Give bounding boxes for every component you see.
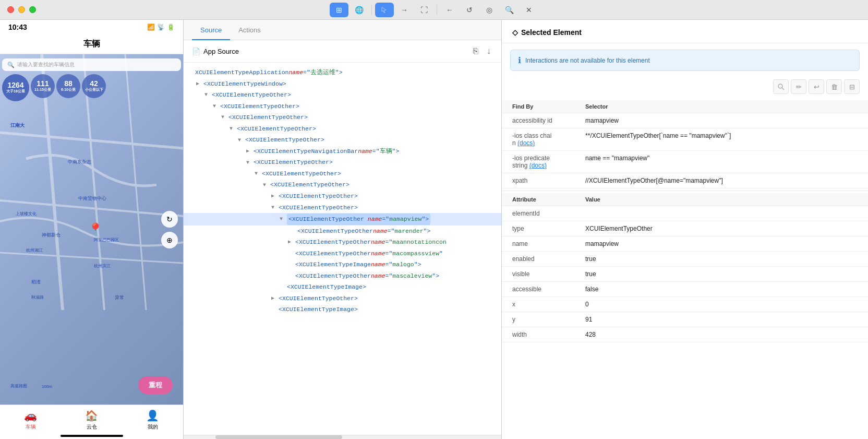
source-scrollbar[interactable] xyxy=(184,435,501,439)
action-search-button[interactable] xyxy=(773,79,789,94)
map-pin: 📍 xyxy=(88,222,103,237)
xml-line-11[interactable]: ▼ <XCUIElementTypeOther> xyxy=(184,179,501,191)
selector-value-accessibility: mamapview xyxy=(575,113,868,128)
profile-icon: 👤 xyxy=(146,409,159,422)
info-icon: ℹ xyxy=(518,55,521,65)
xml-tree[interactable]: XCUIElementTypeApplication name="去选运维"> … xyxy=(184,63,501,435)
close-button[interactable] xyxy=(7,6,14,13)
action-undo-button[interactable]: ↩ xyxy=(809,79,824,94)
xml-line-20[interactable]: <XCUIElementTypeImage> xyxy=(184,281,501,293)
xml-line-17[interactable]: <XCUIElementTypeOther name="macompassvie… xyxy=(184,248,501,259)
selector-value-ios-class: **/XCUIElementTypeOther[`name == "mamapv… xyxy=(575,128,868,151)
chevron-14[interactable]: ▼ xyxy=(280,215,287,223)
map-label-binjiang: 杭州滨江 xyxy=(94,263,111,269)
toolbar: ⊞ 🌐 → ⛶ ← ↺ ◎ 🔍 ✕ xyxy=(330,3,538,17)
xml-line-12[interactable]: ▶ <XCUIElementTypeOther> xyxy=(184,191,501,202)
xml-line-5[interactable]: ▼ <XCUIElementTypeOther> xyxy=(184,112,501,123)
arrow-tool-button[interactable]: → xyxy=(395,3,414,17)
cursor-tool-button[interactable] xyxy=(375,3,394,17)
selector-value-ios-predicate: name == "mamapview" xyxy=(575,151,868,173)
chevron-8[interactable]: ▶ xyxy=(246,147,254,156)
chevron-3[interactable]: ▼ xyxy=(204,90,212,99)
phone-map[interactable]: 🔍 请输入要查找的车辆信息 1264 大子18公里 111 11-15公里 88… xyxy=(0,54,183,405)
chevron-21[interactable]: ▶ xyxy=(271,294,279,303)
xml-line-3[interactable]: ▼ <XCUIElementTypeOther> xyxy=(184,89,501,101)
map-label-zhongnan: 中南东杂志 xyxy=(68,159,91,165)
phone-title-bar: 车辆 xyxy=(0,34,183,54)
xml-line-21[interactable]: ▶ <XCUIElementTypeOther> xyxy=(184,293,501,304)
attr-label-accessible: accessible xyxy=(502,282,575,297)
nav-item-cloud[interactable]: 🏠 云仓 xyxy=(61,409,122,431)
action-delete-button[interactable]: 🗑 xyxy=(826,79,842,94)
search-button[interactable]: 🔍 xyxy=(500,3,519,17)
globe-tool-button[interactable]: 🌐 xyxy=(349,3,368,17)
chevron-10[interactable]: ▼ xyxy=(255,169,262,178)
xml-line-7[interactable]: ▼ <XCUIElementTypeOther> xyxy=(184,134,501,146)
xml-line-16[interactable]: ▶ <XCUIElementTypeOther name="maannotati… xyxy=(184,236,501,248)
titlebar: ⊞ 🌐 → ⛶ ← ↺ ◎ 🔍 ✕ xyxy=(0,0,868,20)
chevron-5[interactable]: ▼ xyxy=(221,113,228,122)
xml-line-19[interactable]: <XCUIElementTypeOther name="mascaleview"… xyxy=(184,270,501,282)
tab-source[interactable]: Source xyxy=(192,20,230,40)
back-button[interactable]: ← xyxy=(440,3,459,17)
action-edit-button[interactable]: ✏ xyxy=(791,79,806,94)
maximize-button[interactable] xyxy=(29,6,36,13)
chevron-11[interactable]: ▼ xyxy=(263,181,270,189)
svg-line-7 xyxy=(782,88,784,90)
docs-link-class[interactable]: (docs) xyxy=(517,139,535,147)
find-by-label-accessibility: accessibility id xyxy=(502,113,575,128)
xml-line-2[interactable]: ▶ <XCUIElementTypeWindow> xyxy=(184,78,501,90)
xml-line-13[interactable]: ▼ <XCUIElementTypeOther> xyxy=(184,202,501,213)
chevron-6[interactable]: ▼ xyxy=(230,124,237,133)
map-search-bar[interactable]: 🔍 请输入要查找的车辆信息 xyxy=(2,58,181,71)
copy-source-button[interactable]: ⎘ xyxy=(471,45,480,57)
xml-line-9[interactable]: ▼ <XCUIElementTypeOther> xyxy=(184,157,501,168)
tab-actions[interactable]: Actions xyxy=(230,20,269,40)
nav-item-profile[interactable]: 👤 我的 xyxy=(122,409,183,431)
xml-line-10[interactable]: ▼ <XCUIElementTypeOther> xyxy=(184,168,501,180)
chevron-12[interactable]: ▶ xyxy=(271,192,279,200)
xml-line-8[interactable]: ▶ <XCUIElementTypeNavigationBar name="车辆… xyxy=(184,146,501,157)
xml-line-15[interactable]: <XCUIElementTypeOther name="marender"> xyxy=(184,226,501,237)
docs-link-predicate[interactable]: (docs) xyxy=(529,162,547,169)
source-scrollbar-thumb[interactable] xyxy=(215,435,343,439)
main-content: 10:43 📶 📡 🔋 车辆 🔍 请输入要查找的车辆信息 1264 大子18公里 xyxy=(0,20,868,439)
grid-tool-button[interactable]: ⊞ xyxy=(330,3,348,17)
attr-row-elementId: elementId xyxy=(502,206,868,221)
refresh-map-button[interactable]: ↻ xyxy=(161,211,178,228)
xml-line-18[interactable]: <XCUIElementTypeImage name="malogo"> xyxy=(184,259,501,270)
xml-line-14-selected[interactable]: ▼ <XCUIElementTypeOther name="mamapview"… xyxy=(184,213,501,226)
find-by-label-ios-class: -ios class chain (docs) xyxy=(502,128,575,151)
refresh-button[interactable]: ↺ xyxy=(460,3,479,17)
map-label-yichang: 异常 xyxy=(115,294,124,301)
xml-tag-1: XCUIElementTypeApplication xyxy=(195,67,288,78)
route-button[interactable]: 重程 xyxy=(138,376,173,394)
locate-button[interactable]: ⊕ xyxy=(161,232,178,248)
phone-bottom-nav: 🚗 车辆 🏠 云仓 👤 我的 xyxy=(0,405,183,433)
chevron-7[interactable]: ▼ xyxy=(238,136,245,145)
search-icon: 🔍 xyxy=(7,62,15,68)
stat-111: 111 11-15公里 xyxy=(31,74,55,98)
attr-value-accessible: false xyxy=(575,282,868,297)
chevron-13[interactable]: ▼ xyxy=(271,203,279,212)
cloud-icon: 🏠 xyxy=(85,409,98,422)
action-extra-button[interactable]: ⊟ xyxy=(844,79,860,94)
chevron-16[interactable]: ▶ xyxy=(288,238,295,246)
xml-line-4[interactable]: ▼ <XCUIElementTypeOther> xyxy=(184,101,501,112)
download-source-button[interactable]: ↓ xyxy=(485,45,493,57)
svg-point-6 xyxy=(778,84,782,88)
vehicles-icon: 🚗 xyxy=(24,409,37,422)
eye-button[interactable]: ◎ xyxy=(480,3,499,17)
find-by-label-xpath: xpath xyxy=(502,173,575,188)
xml-line-6[interactable]: ▼ <XCUIElementTypeOther> xyxy=(184,123,501,135)
chevron-2[interactable]: ▶ xyxy=(196,79,203,88)
expand-tool-button[interactable]: ⛶ xyxy=(415,3,433,17)
chevron-9[interactable]: ▼ xyxy=(246,158,254,167)
close-session-button[interactable]: ✕ xyxy=(520,3,538,17)
minimize-button[interactable] xyxy=(18,6,25,13)
nav-item-vehicles[interactable]: 🚗 车辆 xyxy=(0,409,61,431)
xml-line-22[interactable]: <XCUIElementTypeImage> xyxy=(184,304,501,315)
chevron-4[interactable]: ▼ xyxy=(213,102,220,111)
app-source-label: App Source xyxy=(203,48,239,55)
xml-line-1[interactable]: XCUIElementTypeApplication name="去选运维"> xyxy=(184,67,501,78)
